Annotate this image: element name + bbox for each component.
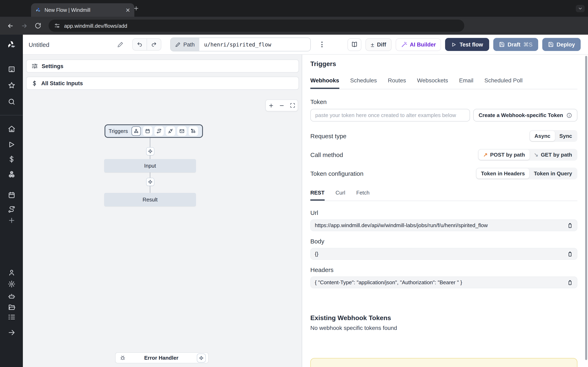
draft-button[interactable]: Draft ⌘S bbox=[493, 38, 538, 51]
url-text: app.windmill.dev/flows/add bbox=[64, 23, 127, 29]
tab-scheduled-poll[interactable]: Scheduled Poll bbox=[484, 77, 523, 89]
call-method-toggle: ↗ POST by path ↘ GET by path bbox=[478, 149, 577, 161]
folders-icon[interactable] bbox=[8, 303, 15, 311]
webhook-trigger-icon[interactable] bbox=[131, 126, 141, 136]
post-by-path-option[interactable]: ↗ POST by path bbox=[479, 150, 529, 160]
post-by-path-label: POST by path bbox=[490, 152, 525, 158]
tab-search-chevron-icon[interactable] bbox=[576, 5, 585, 12]
undo-button[interactable] bbox=[133, 39, 147, 50]
flow-name-field[interactable]: Untitled bbox=[29, 41, 123, 48]
new-tab-icon[interactable] bbox=[133, 5, 139, 11]
path-field-group[interactable]: Path u/henri/spirited_flow bbox=[170, 38, 311, 51]
ai-builder-button[interactable]: AI Builder bbox=[396, 38, 441, 51]
reload-icon[interactable] bbox=[35, 22, 41, 29]
sidebar-add-icon[interactable] bbox=[8, 217, 15, 224]
resources-cubes-icon[interactable] bbox=[8, 171, 15, 179]
redo-button[interactable] bbox=[147, 39, 161, 50]
tab-schedules[interactable]: Schedules bbox=[350, 77, 377, 89]
token-configuration-label: Token configuration bbox=[310, 170, 363, 177]
create-webhook-token-button[interactable]: Create a Webhook-specific Token bbox=[473, 109, 577, 122]
add-step-button[interactable] bbox=[146, 178, 154, 186]
token-in-headers-option[interactable]: Token in Headers bbox=[476, 168, 529, 179]
windmill-logo[interactable] bbox=[6, 40, 17, 50]
docs-book-button[interactable] bbox=[347, 38, 361, 51]
triggers-node[interactable]: Triggers bbox=[104, 124, 203, 138]
tab-routes[interactable]: Routes bbox=[388, 77, 406, 89]
url-copy-box[interactable]: https://app.windmill.dev/api/w/windmill-… bbox=[310, 219, 577, 231]
get-by-path-option[interactable]: ↘ GET by path bbox=[529, 150, 577, 160]
workers-robot-icon[interactable] bbox=[8, 292, 15, 300]
schedule-trigger-icon[interactable] bbox=[143, 126, 152, 136]
request-type-label: Request type bbox=[310, 133, 346, 140]
settings-label: Settings bbox=[42, 63, 63, 69]
tab-curl[interactable]: Curl bbox=[336, 190, 345, 201]
zoom-out-icon[interactable] bbox=[279, 103, 285, 108]
static-inputs-label: All Static Inputs bbox=[41, 80, 83, 86]
settings-bar[interactable]: Settings bbox=[26, 59, 299, 73]
windmill-favicon bbox=[35, 7, 41, 13]
input-node[interactable]: Input bbox=[104, 159, 196, 173]
body-copy-box[interactable]: {} bbox=[310, 248, 577, 260]
deploy-button[interactable]: Deploy bbox=[542, 38, 581, 51]
arrow-down-right-icon: ↘ bbox=[534, 152, 538, 158]
token-in-query-option[interactable]: Token in Query bbox=[529, 168, 577, 179]
sync-option[interactable]: Sync bbox=[555, 131, 577, 141]
tab-fetch[interactable]: Fetch bbox=[356, 190, 370, 201]
copy-clipboard-icon[interactable] bbox=[567, 251, 573, 257]
error-handler-node[interactable]: Error Handler bbox=[115, 352, 209, 363]
search-icon[interactable] bbox=[8, 98, 15, 106]
copy-clipboard-icon[interactable] bbox=[567, 280, 573, 285]
copy-clipboard-icon[interactable] bbox=[567, 222, 573, 228]
tab-title: New Flow | Windmill bbox=[44, 7, 122, 13]
tab-webhooks[interactable]: Webhooks bbox=[310, 77, 339, 89]
edit-name-pencil-icon[interactable] bbox=[117, 42, 123, 48]
zoom-in-icon[interactable] bbox=[268, 103, 274, 108]
tab-close-icon[interactable]: ✕ bbox=[126, 7, 130, 13]
triggers-panel: Triggers Webhooks Schedules Routes Webso… bbox=[302, 55, 588, 367]
back-icon[interactable] bbox=[7, 22, 14, 29]
diff-button[interactable]: ± Diff bbox=[365, 38, 391, 51]
input-node-label: Input bbox=[144, 163, 156, 169]
settings-gear-icon[interactable] bbox=[8, 280, 15, 288]
app-sidebar bbox=[0, 35, 23, 367]
home-icon[interactable] bbox=[8, 125, 15, 133]
route-trigger-icon[interactable] bbox=[154, 126, 164, 136]
expand-sidebar-arrow-icon[interactable] bbox=[8, 329, 15, 336]
user-icon[interactable] bbox=[8, 269, 15, 276]
fit-view-icon[interactable] bbox=[290, 103, 295, 108]
path-input[interactable]: u/henri/spirited_flow bbox=[199, 38, 310, 51]
schedules-calendar-icon[interactable] bbox=[8, 191, 15, 199]
bug-icon bbox=[120, 355, 126, 361]
favorites-star-icon[interactable] bbox=[8, 82, 15, 89]
async-option[interactable]: Async bbox=[530, 131, 555, 141]
scheduled-poll-trigger-icon[interactable] bbox=[189, 126, 198, 136]
deploy-label: Deploy bbox=[557, 42, 575, 48]
all-static-inputs-bar[interactable]: All Static Inputs bbox=[26, 77, 299, 90]
more-options-icon[interactable] bbox=[320, 40, 324, 49]
add-step-button[interactable] bbox=[146, 147, 154, 155]
audit-logs-list-icon[interactable] bbox=[8, 313, 15, 321]
url-label: Url bbox=[310, 209, 577, 216]
panel-scrollbar[interactable] bbox=[585, 56, 587, 360]
tab-email[interactable]: Email bbox=[459, 77, 474, 89]
tab-websockets[interactable]: Websockets bbox=[417, 77, 448, 89]
test-flow-button[interactable]: Test flow bbox=[445, 38, 489, 51]
result-node[interactable]: Result bbox=[104, 193, 196, 206]
routes-icon[interactable] bbox=[8, 206, 15, 213]
runs-play-icon[interactable] bbox=[8, 141, 15, 149]
variables-dollar-icon[interactable] bbox=[8, 155, 15, 163]
email-trigger-icon[interactable] bbox=[177, 126, 187, 136]
url-bar[interactable]: app.windmill.dev/flows/add bbox=[49, 20, 464, 32]
headers-copy-box[interactable]: { "Content-Type": "application/json", "A… bbox=[310, 276, 577, 288]
add-error-handler-button[interactable] bbox=[197, 353, 206, 362]
workspace-icon[interactable] bbox=[8, 65, 15, 73]
site-settings-icon[interactable] bbox=[54, 23, 60, 29]
error-handler-label: Error Handler bbox=[126, 355, 197, 361]
token-input[interactable] bbox=[310, 109, 470, 122]
tab-rest[interactable]: REST bbox=[310, 190, 324, 201]
forward-icon[interactable] bbox=[21, 22, 28, 29]
websocket-trigger-icon[interactable] bbox=[166, 126, 175, 136]
browser-tab[interactable]: New Flow | Windmill ✕ bbox=[31, 3, 134, 17]
result-node-label: Result bbox=[143, 197, 158, 203]
undo-redo-group bbox=[132, 38, 161, 50]
